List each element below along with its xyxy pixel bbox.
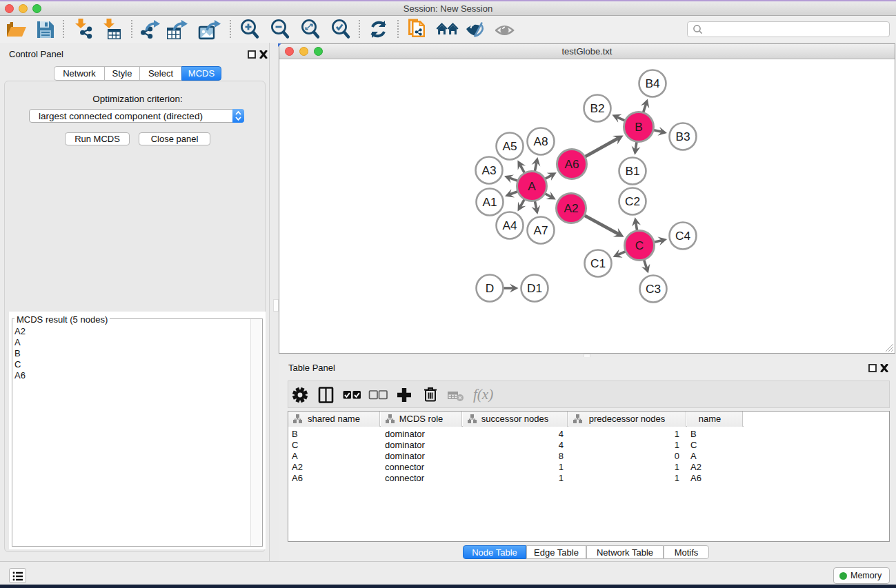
svg-text:A8: A8 [533,134,548,148]
svg-text:A: A [528,179,536,193]
svg-text:B4: B4 [645,77,660,90]
svg-text:C3: C3 [646,282,661,296]
svg-text:A2: A2 [564,201,578,215]
svg-text:A3: A3 [481,163,496,177]
svg-text:A5: A5 [502,139,517,153]
svg-text:C1: C1 [590,256,606,270]
svg-text:B: B [635,120,643,134]
svg-text:A1: A1 [482,195,497,209]
svg-text:C2: C2 [625,194,640,208]
svg-text:C4: C4 [675,229,690,243]
svg-text:B1: B1 [625,164,639,178]
svg-text:C: C [635,239,644,252]
svg-text:A6: A6 [564,157,579,171]
svg-text:D: D [486,281,494,295]
svg-text:B2: B2 [590,101,604,115]
svg-text:D1: D1 [527,281,542,295]
svg-text:B3: B3 [675,130,690,143]
svg-text:A7: A7 [533,223,548,237]
svg-text:A4: A4 [502,219,517,232]
